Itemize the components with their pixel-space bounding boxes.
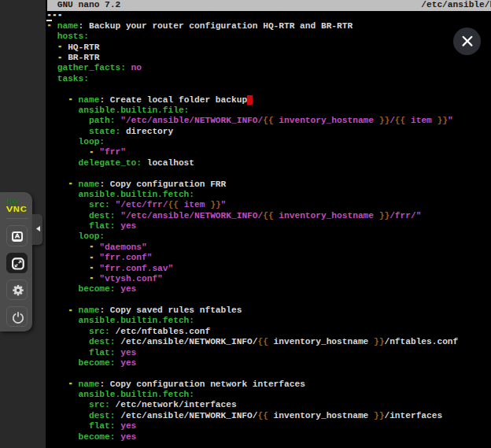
svg-text:VNC: VNC: [6, 204, 28, 214]
